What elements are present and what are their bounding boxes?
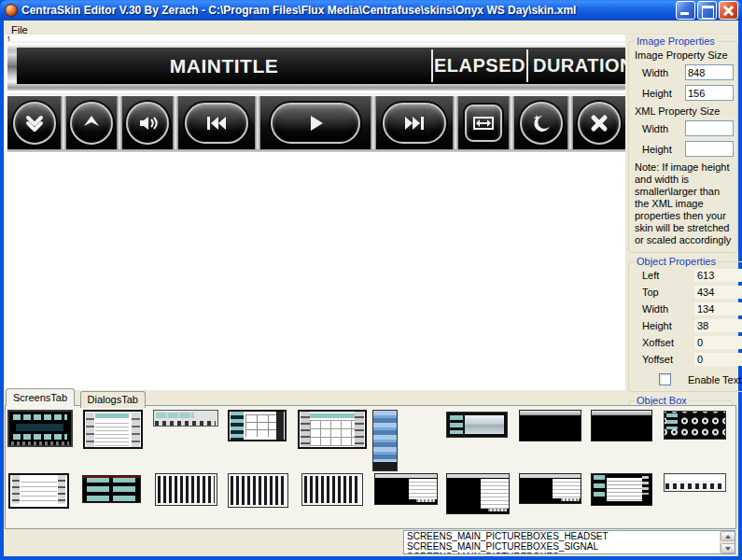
thumbnail-vertical-menu-screen[interactable] <box>372 410 398 471</box>
thumbnail-equalizer-screen-3[interactable] <box>301 473 363 506</box>
object-width-label: Width <box>642 303 694 315</box>
skin-aspect-resize-button[interactable] <box>465 105 502 142</box>
thumbnail-grid-screen[interactable] <box>298 410 367 449</box>
thumbnail-button-pad-screen[interactable] <box>664 411 726 440</box>
object-left-value: 613 <box>694 269 742 282</box>
thumbnail-video-screen[interactable] <box>519 410 581 441</box>
thumbnail-settings-panel-screen[interactable] <box>446 412 508 438</box>
properties-panel: Image Properties Image Property Size Wid… <box>626 35 736 404</box>
tab-screens[interactable]: ScreensTab <box>6 388 75 406</box>
skin-previous-track-button[interactable] <box>185 103 247 144</box>
skin-next-track-button[interactable] <box>383 103 445 144</box>
list-item[interactable]: SCREENS_MAIN_PICTUREBOXES_SIGNAL <box>404 541 735 552</box>
thumbnail-equalizer-screen[interactable] <box>155 473 217 506</box>
skin-button-cell <box>376 96 453 149</box>
listbox-scrollbar[interactable] <box>720 531 735 553</box>
thumbnail-list-screen[interactable] <box>83 410 143 449</box>
object-properties-header: Object Properties <box>635 256 718 267</box>
size-note: Note: If image height and width is small… <box>635 161 734 246</box>
skin-button-cell <box>7 96 61 149</box>
object-xoffset-label: Xoffset <box>642 337 694 348</box>
xml-property-size-label: XML Property Size <box>635 105 734 117</box>
thumbnail-status-bar-screen[interactable] <box>664 473 726 492</box>
image-height-input[interactable] <box>685 85 734 101</box>
skin-nav-up-button[interactable] <box>70 102 113 145</box>
xml-height-input[interactable] <box>685 141 734 157</box>
skin-duration-label: DURATION <box>533 55 625 77</box>
thumbnail-split-list-screen-3[interactable] <box>519 473 581 504</box>
skin-canvas[interactable]: 1 MAINTITLE ELAPSED DURATION <box>5 35 625 390</box>
skin-duration-section[interactable]: DURATION <box>528 48 625 84</box>
object-left-label: Left <box>642 270 694 281</box>
skin-preview-titlebar[interactable]: MAINTITLE ELAPSED DURATION <box>7 41 625 91</box>
object-xoffset-value: 0 <box>694 336 742 349</box>
skin-night-mode-button[interactable] <box>520 102 563 145</box>
thumbnail-video-screen-2[interactable] <box>591 410 652 441</box>
window-title: CentraSkin Editor V.30 By Zerach - C:\Pr… <box>21 4 676 17</box>
speaker-icon <box>136 112 159 134</box>
image-width-input[interactable] <box>685 64 734 80</box>
scroll-down-button[interactable] <box>721 543 735 553</box>
skin-maintitle-section[interactable]: MAINTITLE <box>17 48 431 84</box>
skin-elapsed-label: ELAPSED <box>434 55 525 77</box>
resize-horizontal-icon <box>471 112 496 134</box>
enable-text-checkbox[interactable] <box>659 373 671 385</box>
enable-text-label: Enable Text <box>688 374 741 385</box>
object-top-label: Top <box>642 287 694 298</box>
skin-button-cell <box>66 96 117 149</box>
skin-button-cell <box>573 96 625 149</box>
chevron-down-icon <box>23 112 46 134</box>
image-properties-group: Image Properties Image Property Size Wid… <box>628 35 738 253</box>
maximize-button[interactable] <box>697 1 717 20</box>
tab-dialogs[interactable]: DialogsTab <box>80 391 146 408</box>
skin-nav-down-button[interactable] <box>13 102 56 145</box>
xml-width-input[interactable] <box>685 120 734 136</box>
object-height-value: 38 <box>694 319 742 332</box>
image-property-size-label: Image Property Size <box>635 49 734 61</box>
thumbnail-split-list-screen-2[interactable] <box>446 473 510 514</box>
skin-button-cell <box>178 96 255 149</box>
list-item-partial[interactable]: SCREENS_MAIN_PICTUREBOXES_ <box>404 552 735 554</box>
thumbnail-keypad-grid-screen[interactable] <box>228 410 287 441</box>
tab-bar: ScreensTab DialogsTab <box>6 388 147 406</box>
scroll-up-button[interactable] <box>721 531 735 541</box>
image-properties-header: Image Properties <box>635 35 717 47</box>
close-x-icon <box>589 113 609 133</box>
play-icon <box>305 113 326 133</box>
thumbnail-list-box-screen[interactable] <box>591 473 652 506</box>
skin-elapsed-section[interactable]: ELAPSED <box>433 48 526 84</box>
skin-maintitle-label: MAINTITLE <box>170 55 278 77</box>
thumbnail-media-player-screen[interactable] <box>7 410 73 447</box>
object-height-label: Height <box>642 320 694 331</box>
xml-width-label: Width <box>642 123 685 134</box>
thumbnail-mixer-screen[interactable] <box>82 475 141 503</box>
window-controls <box>676 1 738 20</box>
menu-bar: File <box>4 21 738 35</box>
image-width-label: Width <box>642 67 685 78</box>
skin-volume-button[interactable] <box>126 102 169 145</box>
client-area: File 1 MAINTITLE ELAPSED DURATION <box>4 21 738 556</box>
moon-star-icon <box>530 112 553 134</box>
thumbnail-playlist-screen[interactable] <box>8 473 69 509</box>
skin-close-button[interactable] <box>578 102 621 145</box>
xml-object-listbox[interactable]: SCREENS_MAIN_PICTUREBOXES_HEADSET SCREEN… <box>403 530 735 554</box>
list-item[interactable]: SCREENS_MAIN_PICTUREBOXES_HEADSET <box>404 531 735 541</box>
next-track-icon <box>402 113 427 133</box>
close-button[interactable] <box>719 1 738 20</box>
arrow-up-icon <box>725 532 731 539</box>
xml-height-label: Height <box>642 144 685 155</box>
arrow-up-icon <box>80 112 103 134</box>
arrow-down-icon <box>725 547 731 553</box>
thumbnail-toolbar-screen[interactable] <box>153 410 218 427</box>
thumbnail-split-list-screen[interactable] <box>374 473 438 505</box>
window-titlebar[interactable]: CentraSkin Editor V.30 By Zerach - C:\Pr… <box>0 0 742 21</box>
screens-tab-content <box>5 405 736 529</box>
minimize-button[interactable] <box>676 1 695 20</box>
skin-button-cell <box>458 96 509 149</box>
object-yoffset-label: Yoffset <box>642 354 694 365</box>
app-window: CentraSkin Editor V.30 By Zerach - C:\Pr… <box>0 0 742 560</box>
thumbnail-equalizer-screen-2[interactable] <box>228 473 288 508</box>
previous-track-icon <box>204 113 229 133</box>
skin-play-button[interactable] <box>271 103 361 144</box>
skin-button-cell <box>122 96 173 149</box>
